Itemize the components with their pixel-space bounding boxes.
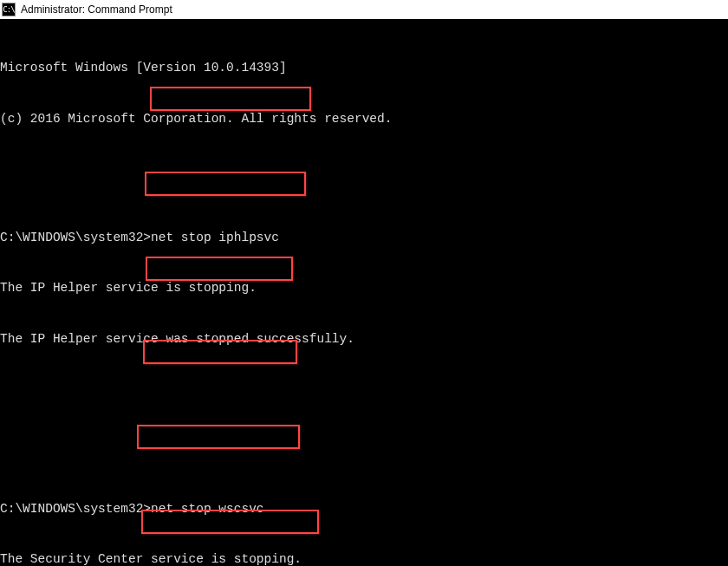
output-line: The Security Center service is stopping.	[0, 552, 302, 566]
highlight-box	[146, 257, 293, 281]
command-text: net stop iphlpsvc	[151, 231, 279, 244]
window-title: Administrator: Command Prompt	[21, 3, 172, 16]
output-line: The IP Helper service is stopping.	[0, 281, 257, 295]
cmd-icon: C:\	[2, 3, 16, 16]
highlight-box	[150, 87, 311, 111]
prompt: C:\WINDOWS\system32>	[0, 502, 151, 516]
header-line: Microsoft Windows [Version 10.0.14393]	[0, 61, 287, 75]
output-line: The IP Helper service was stopped succes…	[0, 332, 354, 346]
command-text: net stop wscsvc	[151, 502, 264, 516]
window-title-bar[interactable]: C:\ Administrator: Command Prompt	[0, 0, 728, 19]
terminal-output[interactable]: Microsoft Windows [Version 10.0.14393] (…	[0, 19, 728, 566]
header-line: (c) 2016 Microsoft Corporation. All righ…	[0, 112, 392, 126]
prompt: C:\WINDOWS\system32>	[0, 231, 151, 244]
